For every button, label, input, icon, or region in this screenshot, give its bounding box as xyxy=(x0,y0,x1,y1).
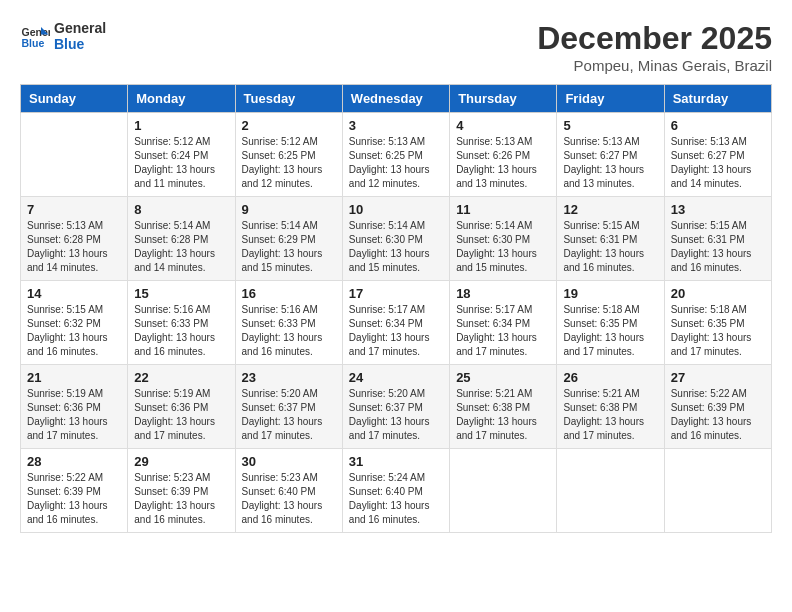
calendar-cell: 11Sunrise: 5:14 AM Sunset: 6:30 PM Dayli… xyxy=(450,197,557,281)
day-number: 31 xyxy=(349,454,443,469)
day-info: Sunrise: 5:22 AM Sunset: 6:39 PM Dayligh… xyxy=(27,471,121,527)
calendar-table: SundayMondayTuesdayWednesdayThursdayFrid… xyxy=(20,84,772,533)
calendar-week-row: 7Sunrise: 5:13 AM Sunset: 6:28 PM Daylig… xyxy=(21,197,772,281)
day-number: 1 xyxy=(134,118,228,133)
logo: General Blue General Blue xyxy=(20,20,106,52)
day-number: 2 xyxy=(242,118,336,133)
day-info: Sunrise: 5:13 AM Sunset: 6:28 PM Dayligh… xyxy=(27,219,121,275)
day-number: 27 xyxy=(671,370,765,385)
calendar-cell: 5Sunrise: 5:13 AM Sunset: 6:27 PM Daylig… xyxy=(557,113,664,197)
calendar-week-row: 21Sunrise: 5:19 AM Sunset: 6:36 PM Dayli… xyxy=(21,365,772,449)
calendar-cell: 29Sunrise: 5:23 AM Sunset: 6:39 PM Dayli… xyxy=(128,449,235,533)
title-area: December 2025 Pompeu, Minas Gerais, Braz… xyxy=(537,20,772,74)
day-number: 28 xyxy=(27,454,121,469)
day-info: Sunrise: 5:20 AM Sunset: 6:37 PM Dayligh… xyxy=(349,387,443,443)
calendar-cell: 22Sunrise: 5:19 AM Sunset: 6:36 PM Dayli… xyxy=(128,365,235,449)
calendar-cell: 18Sunrise: 5:17 AM Sunset: 6:34 PM Dayli… xyxy=(450,281,557,365)
day-number: 15 xyxy=(134,286,228,301)
day-number: 19 xyxy=(563,286,657,301)
calendar-cell: 8Sunrise: 5:14 AM Sunset: 6:28 PM Daylig… xyxy=(128,197,235,281)
calendar-cell: 2Sunrise: 5:12 AM Sunset: 6:25 PM Daylig… xyxy=(235,113,342,197)
day-number: 7 xyxy=(27,202,121,217)
calendar-cell: 21Sunrise: 5:19 AM Sunset: 6:36 PM Dayli… xyxy=(21,365,128,449)
day-info: Sunrise: 5:15 AM Sunset: 6:31 PM Dayligh… xyxy=(563,219,657,275)
subtitle: Pompeu, Minas Gerais, Brazil xyxy=(537,57,772,74)
day-number: 22 xyxy=(134,370,228,385)
day-number: 13 xyxy=(671,202,765,217)
day-info: Sunrise: 5:14 AM Sunset: 6:30 PM Dayligh… xyxy=(349,219,443,275)
calendar-cell xyxy=(664,449,771,533)
calendar-week-row: 14Sunrise: 5:15 AM Sunset: 6:32 PM Dayli… xyxy=(21,281,772,365)
calendar-header: SundayMondayTuesdayWednesdayThursdayFrid… xyxy=(21,85,772,113)
day-info: Sunrise: 5:13 AM Sunset: 6:27 PM Dayligh… xyxy=(671,135,765,191)
calendar-week-row: 28Sunrise: 5:22 AM Sunset: 6:39 PM Dayli… xyxy=(21,449,772,533)
day-number: 9 xyxy=(242,202,336,217)
weekday-header: Wednesday xyxy=(342,85,449,113)
header: General Blue General Blue December 2025 … xyxy=(20,20,772,74)
calendar-cell: 16Sunrise: 5:16 AM Sunset: 6:33 PM Dayli… xyxy=(235,281,342,365)
calendar-cell: 24Sunrise: 5:20 AM Sunset: 6:37 PM Dayli… xyxy=(342,365,449,449)
logo-icon: General Blue xyxy=(20,21,50,51)
day-info: Sunrise: 5:21 AM Sunset: 6:38 PM Dayligh… xyxy=(563,387,657,443)
day-info: Sunrise: 5:14 AM Sunset: 6:29 PM Dayligh… xyxy=(242,219,336,275)
day-number: 10 xyxy=(349,202,443,217)
calendar-cell: 17Sunrise: 5:17 AM Sunset: 6:34 PM Dayli… xyxy=(342,281,449,365)
calendar-cell: 26Sunrise: 5:21 AM Sunset: 6:38 PM Dayli… xyxy=(557,365,664,449)
day-info: Sunrise: 5:12 AM Sunset: 6:24 PM Dayligh… xyxy=(134,135,228,191)
calendar-cell: 19Sunrise: 5:18 AM Sunset: 6:35 PM Dayli… xyxy=(557,281,664,365)
weekday-header: Saturday xyxy=(664,85,771,113)
day-info: Sunrise: 5:14 AM Sunset: 6:30 PM Dayligh… xyxy=(456,219,550,275)
day-number: 8 xyxy=(134,202,228,217)
calendar-cell: 7Sunrise: 5:13 AM Sunset: 6:28 PM Daylig… xyxy=(21,197,128,281)
calendar-cell xyxy=(21,113,128,197)
weekday-header: Monday xyxy=(128,85,235,113)
calendar-cell: 15Sunrise: 5:16 AM Sunset: 6:33 PM Dayli… xyxy=(128,281,235,365)
day-number: 21 xyxy=(27,370,121,385)
calendar-cell: 4Sunrise: 5:13 AM Sunset: 6:26 PM Daylig… xyxy=(450,113,557,197)
calendar-cell: 13Sunrise: 5:15 AM Sunset: 6:31 PM Dayli… xyxy=(664,197,771,281)
day-number: 17 xyxy=(349,286,443,301)
day-info: Sunrise: 5:14 AM Sunset: 6:28 PM Dayligh… xyxy=(134,219,228,275)
day-info: Sunrise: 5:21 AM Sunset: 6:38 PM Dayligh… xyxy=(456,387,550,443)
day-info: Sunrise: 5:13 AM Sunset: 6:26 PM Dayligh… xyxy=(456,135,550,191)
calendar-cell: 3Sunrise: 5:13 AM Sunset: 6:25 PM Daylig… xyxy=(342,113,449,197)
logo-line2: Blue xyxy=(54,36,106,52)
calendar-cell: 30Sunrise: 5:23 AM Sunset: 6:40 PM Dayli… xyxy=(235,449,342,533)
calendar-cell: 28Sunrise: 5:22 AM Sunset: 6:39 PM Dayli… xyxy=(21,449,128,533)
calendar-cell: 27Sunrise: 5:22 AM Sunset: 6:39 PM Dayli… xyxy=(664,365,771,449)
day-info: Sunrise: 5:17 AM Sunset: 6:34 PM Dayligh… xyxy=(456,303,550,359)
day-info: Sunrise: 5:18 AM Sunset: 6:35 PM Dayligh… xyxy=(671,303,765,359)
day-info: Sunrise: 5:13 AM Sunset: 6:27 PM Dayligh… xyxy=(563,135,657,191)
day-info: Sunrise: 5:23 AM Sunset: 6:40 PM Dayligh… xyxy=(242,471,336,527)
day-info: Sunrise: 5:15 AM Sunset: 6:32 PM Dayligh… xyxy=(27,303,121,359)
weekday-header: Thursday xyxy=(450,85,557,113)
logo-line1: General xyxy=(54,20,106,36)
day-number: 16 xyxy=(242,286,336,301)
day-info: Sunrise: 5:19 AM Sunset: 6:36 PM Dayligh… xyxy=(134,387,228,443)
day-number: 12 xyxy=(563,202,657,217)
day-info: Sunrise: 5:17 AM Sunset: 6:34 PM Dayligh… xyxy=(349,303,443,359)
calendar-cell: 10Sunrise: 5:14 AM Sunset: 6:30 PM Dayli… xyxy=(342,197,449,281)
day-number: 11 xyxy=(456,202,550,217)
day-info: Sunrise: 5:15 AM Sunset: 6:31 PM Dayligh… xyxy=(671,219,765,275)
day-number: 23 xyxy=(242,370,336,385)
day-info: Sunrise: 5:13 AM Sunset: 6:25 PM Dayligh… xyxy=(349,135,443,191)
day-info: Sunrise: 5:23 AM Sunset: 6:39 PM Dayligh… xyxy=(134,471,228,527)
calendar-cell: 14Sunrise: 5:15 AM Sunset: 6:32 PM Dayli… xyxy=(21,281,128,365)
day-number: 20 xyxy=(671,286,765,301)
calendar-cell xyxy=(557,449,664,533)
day-info: Sunrise: 5:19 AM Sunset: 6:36 PM Dayligh… xyxy=(27,387,121,443)
day-info: Sunrise: 5:16 AM Sunset: 6:33 PM Dayligh… xyxy=(134,303,228,359)
calendar-cell: 6Sunrise: 5:13 AM Sunset: 6:27 PM Daylig… xyxy=(664,113,771,197)
svg-text:Blue: Blue xyxy=(22,37,45,49)
day-number: 4 xyxy=(456,118,550,133)
calendar-cell xyxy=(450,449,557,533)
calendar-cell: 23Sunrise: 5:20 AM Sunset: 6:37 PM Dayli… xyxy=(235,365,342,449)
calendar-body: 1Sunrise: 5:12 AM Sunset: 6:24 PM Daylig… xyxy=(21,113,772,533)
day-number: 24 xyxy=(349,370,443,385)
day-info: Sunrise: 5:12 AM Sunset: 6:25 PM Dayligh… xyxy=(242,135,336,191)
day-number: 30 xyxy=(242,454,336,469)
day-number: 6 xyxy=(671,118,765,133)
day-number: 25 xyxy=(456,370,550,385)
day-info: Sunrise: 5:22 AM Sunset: 6:39 PM Dayligh… xyxy=(671,387,765,443)
